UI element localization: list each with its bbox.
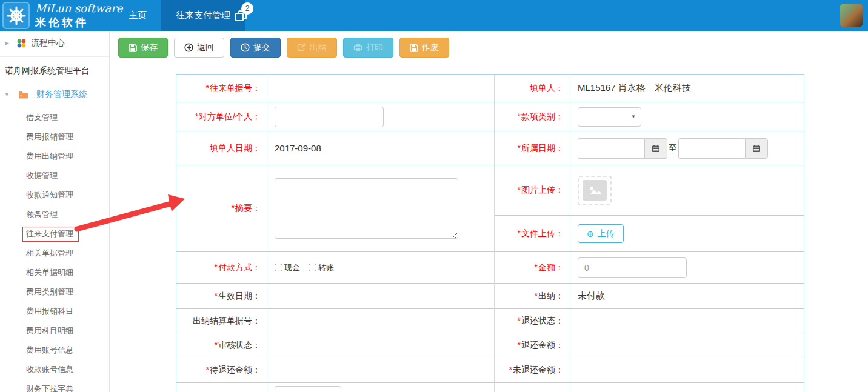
- sidebar-item-label: 借支管理: [26, 112, 58, 123]
- process-center-icon: [17, 39, 26, 48]
- audit-status-label: *审核状态：: [176, 333, 267, 357]
- pay-method-cash-option[interactable]: 现金: [275, 262, 300, 273]
- pending-return-amount-label: *待退还金额：: [176, 357, 267, 383]
- sidebar-item-label: 领条管理: [26, 209, 58, 220]
- sidebar-item[interactable]: 收据管理: [0, 166, 109, 185]
- app-logo[interactable]: [2, 2, 30, 29]
- chevron-down-icon: ▼: [631, 114, 636, 119]
- fill-date-value: 2017-09-08: [267, 131, 495, 165]
- unreturned-amount-label: *未退还金额：: [495, 357, 570, 383]
- date-from-input[interactable]: [578, 138, 644, 159]
- open-windows-button[interactable]: 2: [225, 0, 257, 31]
- printer-icon: [353, 43, 362, 52]
- chevron-down-icon: ▼: [4, 91, 13, 98]
- category-select[interactable]: ▼: [578, 107, 641, 127]
- submit-button[interactable]: 提交: [230, 38, 281, 58]
- sidebar-item-label: 费用报销科目: [26, 306, 73, 317]
- date-to-calendar-button[interactable]: [745, 138, 768, 159]
- next-row-label: [176, 383, 267, 392]
- cashier-button[interactable]: 出纳: [287, 38, 337, 58]
- share-icon: [297, 43, 306, 52]
- user-avatar[interactable]: [840, 4, 863, 27]
- pay-method-transfer-option[interactable]: 转账: [309, 262, 334, 273]
- button-label: 出纳: [310, 42, 327, 53]
- settle-no-value: [267, 309, 495, 333]
- folder-icon: [18, 91, 28, 99]
- sidebar-item-label: 费用账号信息: [26, 345, 73, 356]
- belong-date-cell: 至: [570, 131, 804, 165]
- transfer-checkbox[interactable]: [309, 264, 316, 271]
- date-from-group: [578, 138, 667, 159]
- next-row-value-right: [570, 383, 804, 392]
- plus-circle-icon: ⊕: [587, 229, 594, 239]
- sidebar-item[interactable]: 往来支付管理: [0, 224, 109, 244]
- print-button[interactable]: 打印: [343, 38, 393, 58]
- sidebar-item[interactable]: 收款通知管理: [0, 185, 109, 205]
- sidebar-item-label: 相关单据明细: [26, 267, 73, 278]
- file-upload-label: *文件上传：: [495, 216, 570, 252]
- return-amount-value: [570, 333, 804, 357]
- sidebar-item[interactable]: 费用报销管理: [0, 127, 109, 147]
- sidebar-item-label: 收据管理: [26, 170, 58, 181]
- cash-label: 现金: [284, 262, 300, 273]
- next-row-label-right: [495, 383, 570, 392]
- top-navbar: MiLun software 米伦软件 主页 往来支付管理 2: [0, 0, 868, 31]
- floppy-icon: [410, 44, 418, 52]
- sidebar-item[interactable]: 财务下拉字典: [0, 379, 109, 392]
- cashier-value: 未付款: [570, 284, 804, 309]
- compass-wheel-icon: [6, 5, 27, 26]
- cash-checkbox[interactable]: [275, 264, 282, 271]
- transfer-label: 转账: [318, 262, 334, 273]
- sidebar-item[interactable]: 费用类别管理: [0, 282, 109, 302]
- calendar-icon: [652, 144, 660, 153]
- save-button[interactable]: 保存: [118, 38, 168, 58]
- windows-count-badge: 2: [241, 2, 253, 15]
- clock-icon: [241, 43, 250, 52]
- date-to-group: [678, 138, 768, 159]
- sidebar-item[interactable]: 费用出纳管理: [0, 147, 109, 166]
- date-range-separator: 至: [669, 143, 677, 154]
- summary-cell: [267, 165, 495, 252]
- payment-form-table: *往来单据号： 填单人： ML15167 肖永格 米伦科技 *对方单位/个人： …: [176, 74, 804, 392]
- sidebar-item-process-center[interactable]: ▶ 流程中心: [0, 31, 109, 55]
- sidebar-item[interactable]: 费用账号信息: [0, 341, 109, 360]
- sidebar-item[interactable]: 收款账号信息: [0, 360, 109, 379]
- return-amount-label: *退还金额：: [495, 333, 570, 357]
- file-upload-cell: ⊕ 上传: [570, 216, 804, 252]
- file-upload-button[interactable]: ⊕ 上传: [578, 224, 624, 243]
- void-button[interactable]: 作废: [399, 38, 449, 58]
- counterparty-label: *对方单位/个人：: [176, 102, 267, 131]
- floppy-icon: [129, 44, 137, 52]
- return-status-label: *退还状态：: [495, 309, 570, 333]
- back-button[interactable]: 返回: [174, 38, 224, 58]
- summary-textarea[interactable]: [275, 178, 458, 239]
- sidebar-item-label: 费用类别管理: [26, 287, 73, 297]
- counterparty-cell: [267, 102, 495, 131]
- button-label: 返回: [197, 42, 214, 53]
- sidebar-item-label: 费用出纳管理: [26, 151, 73, 162]
- date-to-input[interactable]: [678, 138, 745, 159]
- tab-home[interactable]: 主页: [114, 0, 161, 31]
- sidebar-item[interactable]: 领条管理: [0, 205, 109, 224]
- toolbar: 保存 返回 提交 出纳: [118, 38, 449, 58]
- sidebar-item-label: 收款账号信息: [26, 364, 73, 375]
- image-placeholder-icon: [583, 180, 607, 201]
- pay-method-label: *付款方式：: [176, 252, 267, 284]
- sidebar-item[interactable]: 借支管理: [0, 108, 109, 127]
- image-upload-dropzone[interactable]: [578, 176, 612, 205]
- sidebar-item[interactable]: 费用报销科目: [0, 302, 109, 321]
- next-row-input[interactable]: [275, 386, 341, 392]
- sidebar-item[interactable]: 相关单据管理: [0, 244, 109, 263]
- audit-status-value: [267, 333, 495, 357]
- cashier-label: *出纳：: [495, 284, 570, 309]
- date-from-calendar-button[interactable]: [644, 138, 667, 159]
- amount-input[interactable]: [578, 257, 687, 278]
- button-label: 保存: [141, 42, 158, 53]
- sidebar-item[interactable]: 相关单据明细: [0, 263, 109, 282]
- counterparty-input[interactable]: [275, 107, 384, 127]
- sidebar-section-finance[interactable]: ▼ 财务管理系统: [0, 84, 109, 105]
- filler-value: ML15167 肖永格 米伦科技: [570, 75, 804, 102]
- amount-label: *金额：: [495, 252, 570, 284]
- sidebar-item[interactable]: 费用科目明细: [0, 321, 109, 341]
- sidebar-item-label: 费用报销管理: [26, 131, 73, 142]
